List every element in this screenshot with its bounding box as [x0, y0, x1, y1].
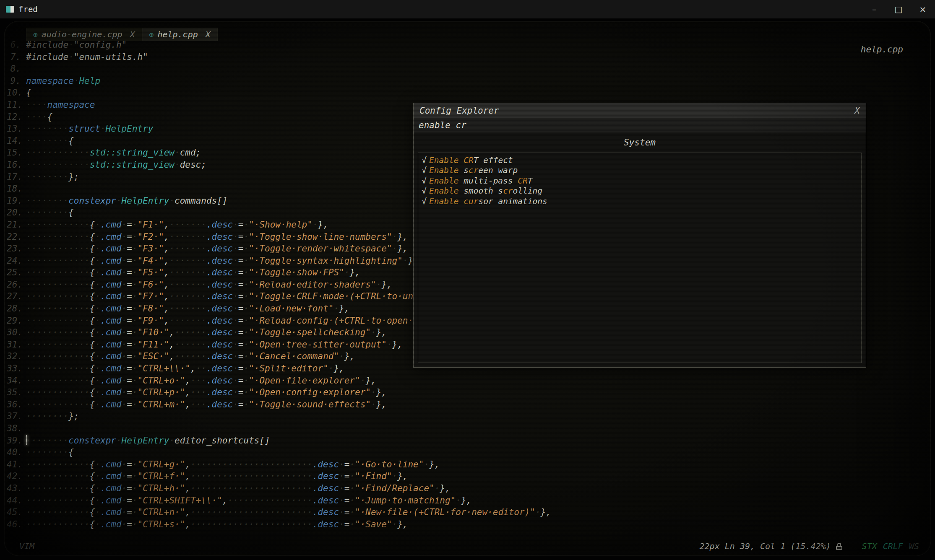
code-line[interactable]: 40.········{: [7, 446, 926, 459]
config-explorer-titlebar[interactable]: Config Explorer X: [414, 103, 866, 118]
checkbox-checked-icon[interactable]: √: [419, 176, 429, 186]
code-token: {: [90, 351, 95, 361]
config-item[interactable]: √Enable CRT effect: [419, 155, 860, 166]
code-token: "·Load·new·font": [249, 303, 333, 314]
line-text: ············{·.cmd·=·"CTRL+m·",···.desc·…: [26, 399, 387, 411]
code-token: "·Jump·to·matching": [355, 495, 456, 506]
config-item-text: cr: [503, 186, 513, 196]
code-token: ········: [26, 436, 68, 446]
code-token: "F2·": [138, 232, 164, 242]
config-item-text: [458, 156, 464, 165]
code-token: {: [90, 291, 95, 301]
tab-help-cpp[interactable]: ⊕help.cppX: [142, 28, 218, 41]
line-number: 34.: [7, 375, 26, 387]
checkbox-checked-icon[interactable]: √: [419, 197, 429, 206]
minimize-button[interactable]: –: [862, 0, 886, 18]
config-item[interactable]: √Enable multi-pass CRT: [419, 176, 860, 186]
line-number: 25.: [7, 267, 26, 279]
line-text: ············{·.cmd·=·"CTRL+SHIFT+\\·",··…: [26, 495, 471, 507]
code-token: =: [127, 507, 132, 517]
code-token: ·: [95, 220, 100, 230]
code-line[interactable]: 42.············{·.cmd·=·"CTRL+f·",······…: [7, 470, 926, 482]
line-text: ····namespace: [26, 99, 95, 111]
config-explorer-close-button[interactable]: X: [854, 106, 860, 116]
code-token: ·······: [169, 244, 206, 254]
code-token: ·: [122, 327, 127, 337]
checkbox-checked-icon[interactable]: √: [419, 166, 429, 175]
code-line[interactable]: 37.········};: [7, 410, 926, 423]
code-token: ·: [116, 196, 122, 206]
code-token: ············: [26, 483, 90, 493]
code-line[interactable]: 43.············{·.cmd·=·"CTRL+h·",······…: [7, 482, 926, 495]
code-token: ·: [116, 436, 122, 446]
code-line[interactable]: 35.············{·.cmd·=·"CTRL+p·",···.de…: [7, 386, 926, 399]
tab-label: help.cpp: [157, 29, 198, 39]
config-item[interactable]: √Enable cursor animations: [419, 196, 860, 207]
code-token: ·: [132, 387, 138, 397]
code-line[interactable]: 36.············{·.cmd·=·"CTRL+m·",···.de…: [7, 399, 926, 411]
code-token: .desc: [313, 459, 339, 469]
code-token: ·······: [169, 232, 206, 242]
config-item-label: Enable cursor animations: [429, 197, 547, 206]
config-search-input[interactable]: [419, 120, 861, 130]
code-token: =: [238, 351, 244, 361]
code-token: ·: [233, 316, 238, 326]
code-line[interactable]: 44.············{·.cmd·=·"CTRL+SHIFT+\\·"…: [7, 495, 926, 507]
close-button[interactable]: ×: [911, 0, 935, 18]
config-item[interactable]: √Enable screen warp: [419, 166, 860, 176]
code-line[interactable]: 38.: [7, 423, 926, 435]
config-item-text: Enable: [429, 176, 458, 186]
code-line[interactable]: 34.············{·.cmd·=·"CTRL+o·",···.de…: [7, 375, 926, 387]
status-mode-indicator: VIM: [19, 541, 34, 551]
code-line[interactable]: 8.: [7, 63, 926, 75]
maximize-button[interactable]: □: [886, 0, 911, 18]
code-token: ·······················: [190, 507, 313, 517]
code-line[interactable]: 10.{: [7, 87, 926, 99]
checkbox-checked-icon[interactable]: √: [419, 156, 429, 165]
code-token: ·: [122, 291, 127, 301]
code-token: ··: [196, 363, 206, 373]
code-line[interactable]: 39.········constexpr·HelpEntry·editor_sh…: [7, 435, 926, 447]
config-search-bar: [414, 118, 866, 132]
code-line[interactable]: 7.#include·"enum-utils.h": [7, 51, 926, 63]
code-token: =: [238, 244, 244, 254]
code-token: "CTRL+n·": [138, 507, 185, 517]
checkbox-checked-icon[interactable]: √: [419, 186, 429, 196]
code-token: },: [440, 483, 450, 493]
code-token: ············: [26, 244, 90, 254]
line-text: ············{·.cmd·=·"F1·",·······.desc·…: [26, 219, 328, 231]
status-flag-ws: WS: [909, 541, 919, 551]
config-item[interactable]: √Enable smooth scrolling: [419, 186, 860, 197]
line-number: 37.: [7, 410, 26, 423]
tab-audio-engine-cpp[interactable]: ⊕audio-engine.cppX: [26, 28, 142, 41]
code-token: ,: [164, 244, 169, 254]
code-token: },: [397, 244, 408, 254]
code-token: "F1·": [138, 220, 164, 230]
code-token: {: [90, 316, 95, 326]
config-item-label: Enable smooth scrolling: [429, 186, 542, 196]
code-token: ,: [185, 459, 190, 469]
code-token: ·: [122, 316, 127, 326]
code-token: "CTRL+p·": [138, 387, 185, 397]
code-token: "·Split·editor": [249, 363, 328, 373]
code-token: },: [349, 267, 360, 277]
code-token: ·: [174, 148, 180, 158]
code-token: ············: [26, 376, 90, 386]
code-token: {: [90, 340, 95, 350]
code-line[interactable]: 9.namespace·Help: [7, 75, 926, 87]
code-line[interactable]: 46.············{·.cmd·=·"CTRL+s·",······…: [7, 519, 926, 531]
code-line[interactable]: 41.············{·.cmd·=·"CTRL+g·",······…: [7, 459, 926, 471]
tab-close-button[interactable]: X: [206, 29, 211, 39]
code-line[interactable]: 45.············{·.cmd·=·"CTRL+n·",······…: [7, 506, 926, 519]
config-item-text: cur: [464, 197, 478, 206]
code-token: ·: [122, 471, 127, 481]
code-token: ······: [174, 351, 206, 361]
code-token: ············: [26, 387, 90, 397]
code-token: ·: [233, 280, 238, 290]
code-token: ············: [26, 471, 90, 481]
line-text: ············{·.cmd·=·"F10·",······.desc·…: [26, 327, 387, 339]
tab-close-button[interactable]: X: [130, 29, 135, 39]
code-token: ,: [222, 495, 228, 506]
code-token: HelpEntry: [122, 436, 169, 446]
code-token: cmd: [180, 148, 196, 158]
